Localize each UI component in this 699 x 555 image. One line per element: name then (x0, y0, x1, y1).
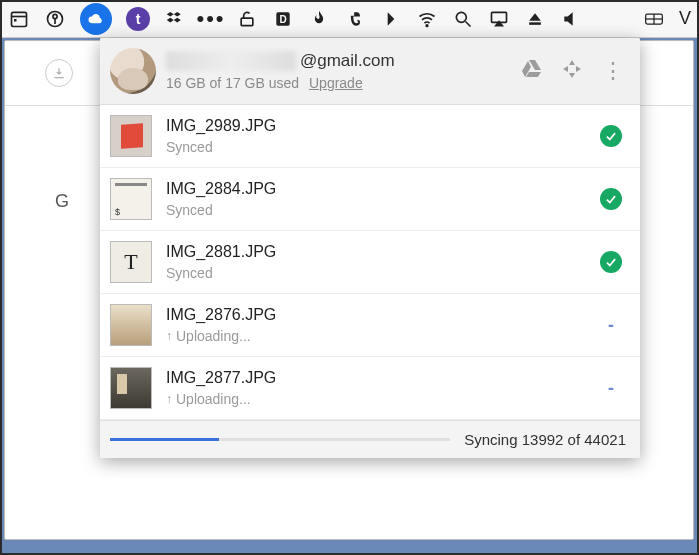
sidebar-letter: G (55, 191, 69, 212)
file-row[interactable]: IMG_2884.JPGSynced (100, 168, 640, 231)
photos-icon[interactable] (560, 57, 584, 85)
header-actions: ⋮ (520, 57, 626, 85)
file-list: IMG_2989.JPGSyncedIMG_2884.JPGSyncedIMG_… (100, 105, 640, 420)
file-thumbnail (110, 241, 152, 283)
file-meta: IMG_2876.JPG↑Uploading... (166, 306, 584, 344)
file-status: ↑Uploading... (166, 328, 584, 344)
pending-icon: - (608, 378, 614, 399)
upload-arrow-icon: ↑ (166, 392, 172, 406)
file-name: IMG_2989.JPG (166, 117, 584, 135)
file-row[interactable]: IMG_2876.JPG↑Uploading...- (100, 294, 640, 357)
download-icon (45, 59, 73, 87)
status-synced-icon (598, 125, 624, 147)
user-avatar[interactable] (110, 48, 156, 94)
check-icon (600, 125, 622, 147)
file-thumbnail (110, 115, 152, 157)
upload-arrow-icon: ↑ (166, 329, 172, 343)
file-status: Synced (166, 265, 584, 281)
status-pending-icon: - (598, 378, 624, 399)
file-status-text: Uploading... (176, 391, 251, 407)
storage-usage: 16 GB of 17 GB used Upgrade (166, 75, 510, 91)
status-synced-icon (598, 251, 624, 273)
file-thumbnail (110, 367, 152, 409)
check-icon (600, 188, 622, 210)
file-name: IMG_2881.JPG (166, 243, 584, 261)
status-synced-icon (598, 188, 624, 210)
file-row[interactable]: IMG_2989.JPGSynced (100, 105, 640, 168)
account-info: @gmail.com 16 GB of 17 GB used Upgrade (166, 51, 510, 91)
account-email: @gmail.com (166, 51, 510, 71)
google-drive-panel: @gmail.com 16 GB of 17 GB used Upgrade ⋮… (100, 38, 640, 458)
file-status-text: Synced (166, 139, 213, 155)
sync-status-text: Syncing 13992 of 44021 (464, 431, 626, 448)
file-thumbnail (110, 304, 152, 346)
file-name: IMG_2884.JPG (166, 180, 584, 198)
file-row[interactable]: IMG_2881.JPGSynced (100, 231, 640, 294)
file-thumbnail (110, 178, 152, 220)
file-status: ↑Uploading... (166, 391, 584, 407)
file-meta: IMG_2989.JPGSynced (166, 117, 584, 155)
file-name: IMG_2876.JPG (166, 306, 584, 324)
google-drive-cloud-icon[interactable] (80, 3, 112, 35)
drive-icon[interactable] (520, 57, 544, 85)
email-redacted (166, 51, 296, 71)
storage-text: 16 GB of 17 GB used (166, 75, 299, 91)
file-meta: IMG_2881.JPGSynced (166, 243, 584, 281)
file-status-text: Uploading... (176, 328, 251, 344)
sync-progress-fill (110, 438, 219, 441)
sync-progress-bar (110, 438, 450, 441)
panel-footer: Syncing 13992 of 44021 (100, 420, 640, 458)
file-meta: IMG_2884.JPGSynced (166, 180, 584, 218)
panel-header: @gmail.com 16 GB of 17 GB used Upgrade ⋮ (100, 38, 640, 105)
upgrade-link[interactable]: Upgrade (309, 75, 363, 91)
file-status: Synced (166, 202, 584, 218)
pending-icon: - (608, 315, 614, 336)
file-meta: IMG_2877.JPG↑Uploading... (166, 369, 584, 407)
check-icon (600, 251, 622, 273)
file-status: Synced (166, 139, 584, 155)
file-name: IMG_2877.JPG (166, 369, 584, 387)
file-status-text: Synced (166, 265, 213, 281)
status-pending-icon: - (598, 315, 624, 336)
file-row[interactable]: IMG_2877.JPG↑Uploading...- (100, 357, 640, 420)
file-status-text: Synced (166, 202, 213, 218)
email-suffix: @gmail.com (300, 51, 395, 71)
